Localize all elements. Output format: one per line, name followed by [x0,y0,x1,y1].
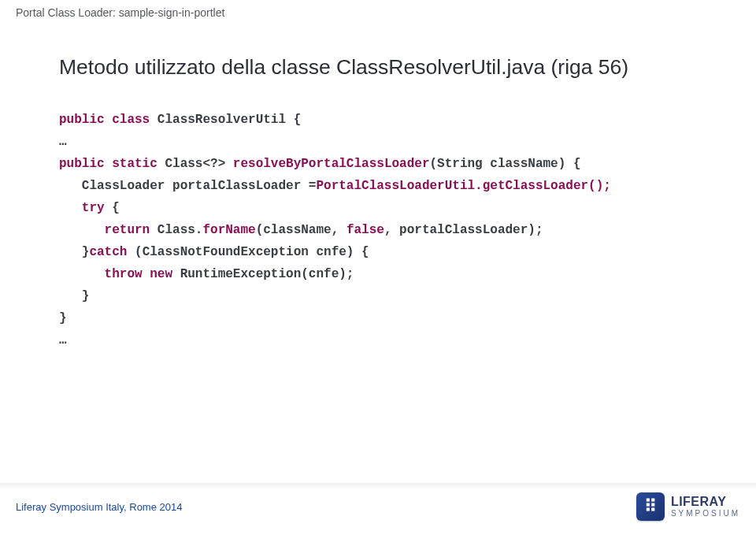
logo-subtitle: SYMPOSIUM [671,510,740,518]
logo-brand-name: LIFERAY [671,496,740,508]
logo-glyph: ⠿ [644,498,657,515]
logo-text: LIFERAY SYMPOSIUM [671,496,740,518]
code-line-11: … [59,333,67,347]
code-line-9: } [59,289,89,303]
brand-logo: ⠿ LIFERAY SYMPOSIUM [636,492,740,521]
code-line-5: try { [59,201,120,215]
code-line-3: public static Class<?> resolveByPortalCl… [59,157,581,171]
slide: Portal Class Loader: sample-sign-in-port… [0,0,756,535]
code-line-4: ClassLoader portalClassLoader =PortalCla… [59,179,611,193]
code-line-6: return Class.forName(className, false, p… [59,223,543,237]
footer-caption: Liferay Symposium Italy, Rome 2014 [16,501,182,513]
code-line-1: public class ClassResolverUtil { [59,113,301,127]
code-block: public class ClassResolverUtil { … publi… [59,109,611,351]
slide-title: Metodo utilizzato della classe ClassReso… [59,55,628,80]
logo-mark-icon: ⠿ [636,492,665,521]
slide-header-label: Portal Class Loader: sample-sign-in-port… [16,6,224,19]
code-line-8: throw new RuntimeException(cnfe); [59,267,354,281]
code-line-2: … [59,135,67,149]
footer-divider [0,483,756,489]
code-line-10: } [59,311,67,325]
code-line-7: }catch (ClassNotFoundException cnfe) { [59,245,369,259]
